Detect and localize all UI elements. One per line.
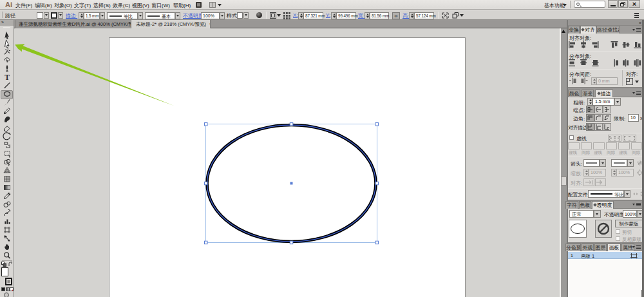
svg-text:T: T <box>5 73 10 81</box>
